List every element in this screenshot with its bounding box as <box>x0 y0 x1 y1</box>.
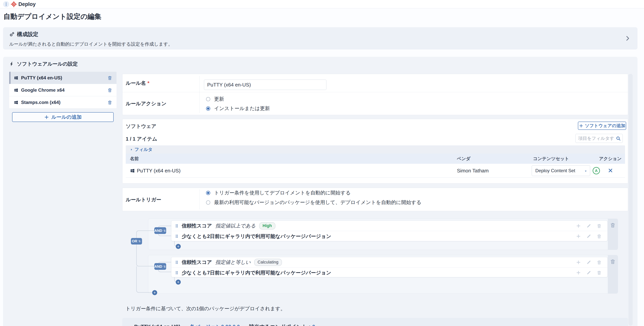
and-label: AND <box>154 229 162 233</box>
condition-name: 少なくとも2日前にギャラリ内で利用可能なパッケージバージョン <box>182 233 331 240</box>
rule-name-input[interactable] <box>204 80 326 90</box>
applicability-badge[interactable]: A <box>593 167 600 174</box>
rule-name-label-text: ルール名 <box>126 80 146 87</box>
delete-group-button[interactable] <box>608 255 618 293</box>
endpoints-value: 0 <box>312 324 315 326</box>
rule-action-label: ルールアクション <box>126 92 166 115</box>
add-condition-to-group-button[interactable] <box>176 244 181 249</box>
config-settings-panel[interactable]: 構成設定 ルールが満たされると自動的にデプロイメントを開始する設定を作成します。 <box>3 27 638 50</box>
delete-condition-icon[interactable] <box>597 260 602 265</box>
swap-icon <box>138 240 141 243</box>
delete-condition-icon[interactable] <box>597 270 602 275</box>
condition-name: 信頼性スコア <box>182 259 212 266</box>
content-set-select[interactable]: Deploy Content Set <box>532 165 590 176</box>
caret-right-icon <box>130 148 133 151</box>
condition-row[interactable]: 少なくとも7日前にギャラリ内で利用可能なパッケージバージョン <box>171 267 608 278</box>
windows-icon <box>14 100 18 105</box>
deploy-logo-icon <box>11 1 17 7</box>
plus-icon <box>177 245 180 248</box>
package-name: PuTTY (x64 en-US) <box>134 324 180 326</box>
plus-icon <box>153 291 156 294</box>
rule-action-label-text: ルールアクション <box>126 100 166 107</box>
add-condition-icon[interactable] <box>576 234 581 239</box>
delete-rule-icon[interactable] <box>107 100 112 105</box>
condition-row[interactable]: 信頼性スコア 指定値以上である High <box>171 221 608 231</box>
add-condition-icon[interactable] <box>576 260 581 265</box>
software-vendor: Simon Tatham <box>457 164 489 178</box>
config-settings-title: 構成設定 <box>9 31 38 38</box>
and-operator-badge[interactable]: AND <box>154 263 166 270</box>
radio-unselected[interactable] <box>206 200 210 205</box>
endpoints-label: 該当するエンドポイント： <box>249 324 312 326</box>
column-name: 名前 <box>130 154 139 164</box>
trigger-option-latest-version[interactable]: 最新の利用可能なバージョンのパッケージを使用して、デプロイメントを自動的に開始す… <box>206 199 421 206</box>
and-operator-badge[interactable]: AND <box>154 227 166 234</box>
condition-operator: 指定値と等しい <box>216 259 251 266</box>
rule-item-label: Stamps.com (x64) <box>21 100 107 105</box>
software-name: PuTTY (x64 en-US) <box>137 164 180 178</box>
item-count: 1 / 1 アイテム <box>126 136 157 142</box>
required-marker: * <box>148 80 149 86</box>
add-rule-button[interactable]: ルールの追加 <box>12 112 114 122</box>
edit-condition-icon[interactable] <box>586 260 591 265</box>
condition-name: 信頼性スコア <box>182 222 212 229</box>
delete-condition-icon[interactable] <box>597 223 602 228</box>
radio-label: 更新 <box>214 96 224 102</box>
rule-action-option-update[interactable]: 更新 <box>206 96 224 102</box>
plus-icon <box>579 124 584 128</box>
radio-unselected[interactable] <box>206 97 210 101</box>
delete-condition-icon[interactable] <box>597 234 602 239</box>
edit-condition-icon[interactable] <box>586 234 591 239</box>
condition-value-badge: Calculating <box>254 259 282 266</box>
deploy-package-card: PuTTY (x64 en-US) 各バージョン0.00.0.0 該当するエンド… <box>122 318 628 326</box>
software-rules-heading: ソフトウェアルールの設定 <box>9 61 78 67</box>
add-software-button-label: ソフトウェアの追加 <box>585 123 626 129</box>
filter-toggle[interactable]: フィルタ <box>126 145 625 154</box>
filter-items-input[interactable] <box>576 134 623 143</box>
drag-handle-icon[interactable] <box>174 260 179 265</box>
drag-handle-icon[interactable] <box>174 270 179 275</box>
trigger-option-conditions[interactable]: トリガー条件を使用してデプロイメントを自動的に開始する <box>206 189 350 196</box>
condition-row[interactable]: 少なくとも2日前にギャラリ内で利用可能なパッケージバージョン <box>171 231 608 241</box>
rule-item-chrome[interactable]: Google Chrome x64 <box>9 84 116 96</box>
rule-action-option-install-or-update[interactable]: インストールまたは更新 <box>206 105 270 112</box>
row-divider <box>122 92 628 92</box>
remove-software-icon[interactable] <box>608 168 613 173</box>
rule-item-label: PuTTY (x64 en-US) <box>21 75 107 81</box>
form-divider <box>200 76 200 113</box>
add-condition-group-button[interactable] <box>152 290 157 295</box>
pane-scrollbar[interactable] <box>628 74 633 325</box>
delete-group-button[interactable] <box>608 219 618 250</box>
app-menu-button[interactable] <box>3 1 9 7</box>
add-condition-to-group-button[interactable] <box>176 280 181 284</box>
column-actions: アクション <box>599 154 622 164</box>
swap-icon <box>163 229 166 232</box>
chevron-right-icon[interactable] <box>624 35 630 42</box>
delete-rule-icon[interactable] <box>107 88 112 93</box>
rule-item-stamps[interactable]: Stamps.com (x64) <box>9 96 116 109</box>
radio-selected[interactable] <box>206 191 210 195</box>
edit-condition-icon[interactable] <box>586 270 591 275</box>
radio-selected[interactable] <box>206 106 210 111</box>
package-version-link[interactable]: 各バージョン0.00.0.0 <box>190 323 240 326</box>
config-settings-description: ルールが満たされると自動的にデプロイメントを開始する設定を作成します。 <box>9 41 173 47</box>
radio-label: トリガー条件を使用してデプロイメントを自動的に開始する <box>214 189 350 196</box>
add-condition-icon[interactable] <box>576 270 581 275</box>
rule-item-putty[interactable]: PuTTY (x64 en-US) <box>9 72 116 84</box>
software-rules-heading-text: ソフトウェアルールの設定 <box>17 61 78 67</box>
drag-handle-icon[interactable] <box>174 224 179 228</box>
rule-item-label: Google Chrome x64 <box>21 88 107 93</box>
add-software-button[interactable]: ソフトウェアの追加 <box>578 122 626 130</box>
deploy-package-row: PuTTY (x64 en-US) 各バージョン0.00.0.0 該当するエンド… <box>122 318 628 326</box>
rule-trigger-label-text: ルールトリガー <box>126 196 161 203</box>
delete-rule-icon[interactable] <box>107 75 112 80</box>
condition-row[interactable]: 信頼性スコア 指定値と等しい Calculating <box>171 257 608 267</box>
rule-form-card: ルール名 * ルールアクション 更新 インストールまたは更新 <box>122 74 628 115</box>
search-icon[interactable] <box>616 136 621 141</box>
drag-handle-icon[interactable] <box>174 234 179 238</box>
top-bar: Deploy <box>0 0 644 9</box>
edit-condition-icon[interactable] <box>586 223 591 228</box>
add-condition-icon[interactable] <box>576 223 581 228</box>
or-operator-badge[interactable]: OR <box>131 238 142 244</box>
filter-toggle-label: フィルタ <box>134 147 152 152</box>
